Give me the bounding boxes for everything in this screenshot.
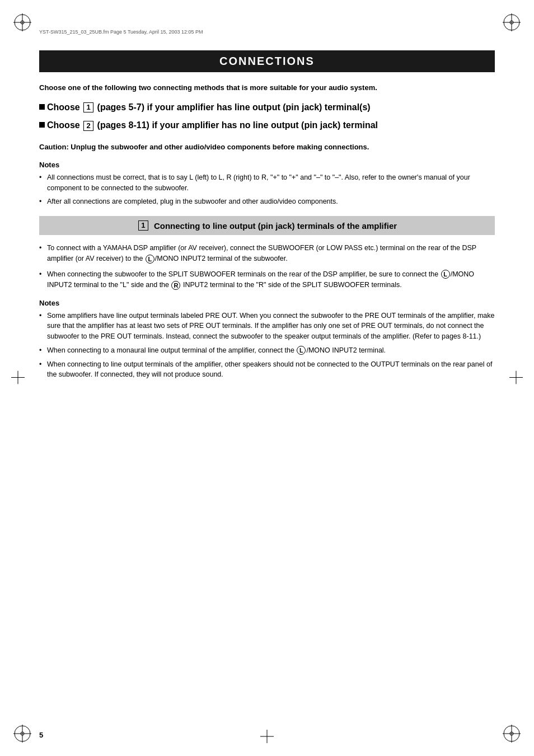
bottom-center-mark	[260, 730, 274, 745]
section1-header-text: Connecting to line output (pin jack) ter…	[154, 221, 397, 231]
notes-intro-section: Notes All connections must be correct, t…	[39, 161, 495, 207]
notes-intro-item-1: All connections must be correct, that is…	[39, 172, 495, 194]
page-number-text: 5	[39, 731, 43, 739]
section1-note-3: When connecting to line output terminals…	[39, 359, 495, 381]
choose-2-text: Choose 2 (pages 8-11) if your amplifier …	[47, 119, 495, 132]
left-center-mark	[11, 370, 25, 386]
section1-notes: Notes Some amplifiers have line output t…	[39, 299, 495, 381]
choose-1-prefix: Choose	[47, 102, 82, 112]
section1-bullet-1: To connect with a YAMAHA DSP amplifier (…	[39, 243, 495, 265]
circled-L-icon-1: L	[146, 255, 154, 264]
circled-R-icon-1: R	[171, 281, 180, 290]
intro-text: Choose one of the following two connecti…	[39, 83, 377, 92]
section1-note-2: When connecting to a monaural line outpu…	[39, 345, 495, 356]
caution-content: Caution: Unplug the subwoofer and other …	[39, 143, 369, 151]
circled-L-icon-3: L	[297, 346, 306, 355]
notes-intro-label-text: Notes	[39, 161, 59, 169]
corner-mark-br	[500, 722, 523, 745]
choose-2-suffix: (pages 8-11) if your amplifier has no li…	[97, 120, 378, 130]
metadata-line: YST-SW315_215_03_25UB.fm Page 5 Tuesday,…	[39, 29, 203, 35]
section1-note-1: Some amplifiers have line output termina…	[39, 311, 495, 342]
bullet-icon-1	[39, 104, 45, 110]
choose-1-suffix: (pages 5-7) if your amplifier has line o…	[97, 102, 371, 112]
notes-intro-item-2: After all connections are completed, plu…	[39, 196, 495, 207]
choose-2-num: 2	[83, 121, 93, 131]
choose-2-prefix: Choose	[47, 120, 82, 130]
section1-bullet-list: To connect with a YAMAHA DSP amplifier (…	[39, 243, 495, 291]
title-text: CONNECTIONS	[219, 55, 315, 67]
choose-1-num: 1	[83, 102, 93, 112]
bullet-icon-2	[39, 122, 45, 128]
choose-item-2: Choose 2 (pages 8-11) if your amplifier …	[39, 119, 495, 132]
corner-mark-bl	[11, 722, 34, 745]
section1-notes-label: Notes	[39, 299, 495, 307]
section1-header: 1 Connecting to line output (pin jack) t…	[39, 216, 495, 235]
corner-mark-tr	[500, 11, 523, 34]
caution-text: Caution: Unplug the subwoofer and other …	[39, 142, 495, 153]
section1-num: 1	[138, 220, 148, 231]
choose-item-1: Choose 1 (pages 5-7) if your amplifier h…	[39, 101, 495, 114]
content-area: CONNECTIONS Choose one of the following …	[39, 50, 495, 711]
right-center-mark	[509, 370, 523, 386]
section1-bullet-2: When connecting the subwoofer to the SPL…	[39, 269, 495, 291]
page-title: CONNECTIONS	[39, 50, 495, 72]
choose-1-text: Choose 1 (pages 5-7) if your amplifier h…	[47, 101, 495, 114]
corner-mark-tl	[11, 11, 34, 34]
notes-intro-label: Notes	[39, 161, 495, 169]
page-number: 5	[39, 731, 43, 739]
intro-paragraph: Choose one of the following two connecti…	[39, 82, 495, 93]
section1-notes-label-text: Notes	[39, 299, 59, 307]
section1-notes-list: Some amplifiers have line output termina…	[39, 311, 495, 381]
page-container: YST-SW315_215_03_25UB.fm Page 5 Tuesday,…	[0, 0, 534, 756]
metadata-text: YST-SW315_215_03_25UB.fm Page 5 Tuesday,…	[39, 29, 203, 35]
notes-intro-list: All connections must be correct, that is…	[39, 172, 495, 207]
circled-L-icon-2: L	[441, 270, 450, 279]
